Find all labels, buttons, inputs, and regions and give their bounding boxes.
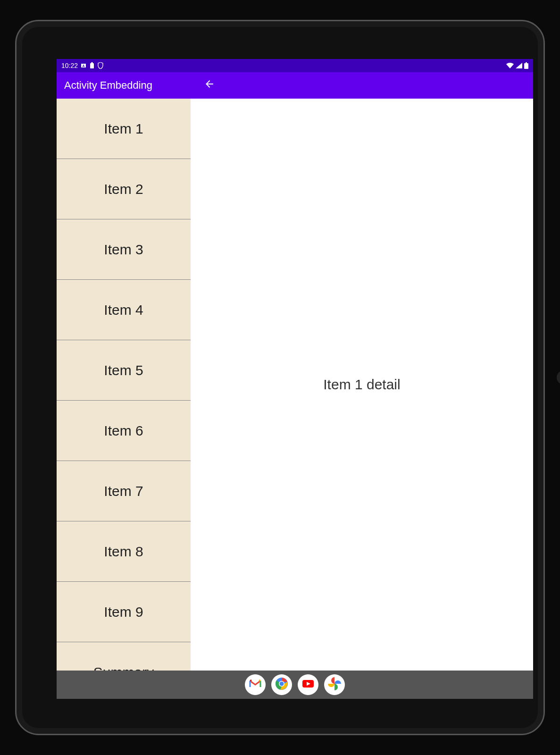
list-item-label: Item 7 (104, 483, 143, 499)
svg-text:A: A (83, 64, 85, 67)
content-split: Item 1 Item 2 Item 3 Item 4 Item 5 Item … (57, 99, 533, 671)
youtube-icon (301, 677, 315, 693)
screen: 10:22 A (57, 59, 533, 699)
gmail-app[interactable] (245, 674, 266, 695)
svg-rect-2 (90, 63, 94, 68)
list-item-label: Item 3 (104, 242, 143, 258)
list-item[interactable]: Item 5 (57, 340, 191, 401)
clipboard-icon (89, 62, 95, 69)
photos-app[interactable] (324, 674, 345, 695)
list-item[interactable]: Item 6 (57, 401, 191, 461)
tablet-bezel: 10:22 A (15, 20, 545, 735)
app-title: Activity Embedding (64, 79, 152, 92)
shield-icon (98, 62, 103, 69)
list-item[interactable]: Item 3 (57, 219, 191, 280)
tablet-camera (557, 370, 560, 385)
list-item-label: Item 1 (104, 121, 143, 137)
svg-rect-5 (526, 62, 527, 63)
status-time: 10:22 (61, 62, 78, 69)
list-item-label: Item 8 (104, 544, 143, 560)
signal-icon (516, 63, 522, 68)
list-item-label: Item 4 (104, 302, 143, 318)
list-item-label: Item 5 (104, 362, 143, 378)
list-item-label: Item 6 (104, 423, 143, 439)
list-item-label: Summary (93, 664, 154, 671)
detail-text: Item 1 detail (323, 377, 400, 393)
chrome-icon (275, 677, 289, 693)
list-pane[interactable]: Item 1 Item 2 Item 3 Item 4 Item 5 Item … (57, 99, 191, 671)
list-item[interactable]: Item 2 (57, 159, 191, 219)
list-item[interactable]: Item 7 (57, 461, 191, 521)
keyboard-icon: A (81, 63, 86, 68)
wifi-icon (506, 63, 514, 68)
navigation-bar (57, 671, 533, 699)
list-item-label: Item 9 (104, 604, 143, 620)
back-button[interactable] (198, 72, 221, 99)
battery-icon (524, 62, 528, 69)
chrome-app[interactable] (271, 674, 292, 695)
detail-pane: Item 1 detail (191, 99, 533, 671)
svg-point-10 (280, 682, 284, 686)
list-item[interactable]: Item 1 (57, 99, 191, 159)
list-item[interactable]: Item 9 (57, 582, 191, 642)
list-item[interactable]: Item 4 (57, 280, 191, 340)
arrow-back-icon (204, 78, 215, 92)
list-item[interactable]: Summary (57, 642, 191, 671)
photos-icon (327, 677, 342, 693)
list-item[interactable]: Item 8 (57, 521, 191, 582)
list-item-label: Item 2 (104, 181, 143, 197)
app-bar: Activity Embedding (57, 72, 533, 99)
gmail-icon (249, 677, 262, 692)
youtube-app[interactable] (298, 674, 318, 695)
svg-rect-4 (524, 63, 528, 69)
status-bar: 10:22 A (57, 59, 533, 72)
tablet-frame: 10:22 A (0, 0, 560, 755)
svg-rect-3 (91, 62, 93, 64)
